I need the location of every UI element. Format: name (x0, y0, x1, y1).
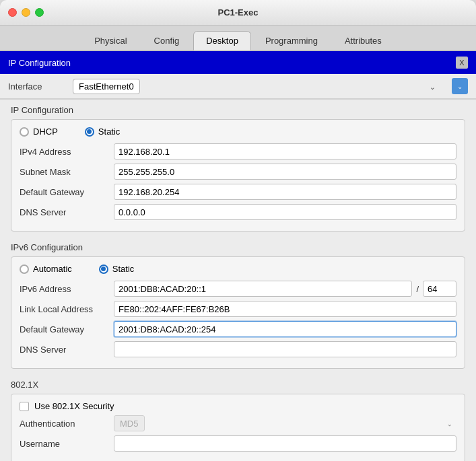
interface-dropdown-icon[interactable]: ⌄ (452, 78, 468, 94)
dns-server-row: DNS Server (20, 204, 456, 220)
username-row: Username (20, 435, 456, 452)
dhcp-label: DHCP (33, 127, 58, 137)
dhcp-radio[interactable]: DHCP (20, 127, 58, 137)
ipv6-section-body: Automatic Static IPv6 Address / (11, 256, 465, 369)
tab-attributes[interactable]: Attributes (332, 31, 395, 50)
dot1x-section: 802.1X Use 802.1X Security Authenticatio… (0, 374, 476, 461)
ipv6-static-label: Static (112, 264, 135, 274)
dot1x-section-body: Use 802.1X Security Authentication MD5 U… (11, 394, 465, 461)
dot1x-checkbox[interactable] (20, 402, 29, 411)
ipv6-dns-input[interactable] (114, 341, 456, 357)
ipv6-address-group: / (114, 281, 456, 297)
link-local-label: Link Local Address (20, 304, 107, 314)
auth-row: Authentication MD5 (20, 415, 456, 431)
link-local-input[interactable] (114, 301, 456, 317)
dot1x-use-label: Use 802.1X Security (34, 401, 114, 411)
minimize-button[interactable] (22, 8, 30, 17)
static-radio[interactable]: Static (85, 127, 121, 137)
tab-programming[interactable]: Programming (252, 31, 331, 50)
window-title: PC1-Exec (218, 7, 259, 17)
ipv6-address-label: IPv6 Address (20, 284, 107, 294)
dot1x-section-title: 802.1X (11, 380, 465, 390)
ipv6-static-radio-circle (99, 264, 108, 274)
ipv6-section: IPv6 Configuration Automatic Static IPv6… (0, 237, 476, 374)
ipv4-address-label: IPv4 Address (20, 147, 107, 157)
ip-config-title: IP Configuration (8, 58, 71, 68)
close-button[interactable] (8, 8, 17, 17)
ip-config-close-button[interactable]: X (456, 57, 468, 69)
auth-select-wrapper: MD5 (114, 415, 456, 431)
ipv6-address-input[interactable] (114, 281, 412, 297)
ipv6-address-row: IPv6 Address / (20, 281, 456, 297)
tab-physical[interactable]: Physical (81, 31, 139, 50)
maximize-button[interactable] (35, 8, 44, 17)
ipv6-dns-row: DNS Server (20, 341, 456, 357)
interface-label: Interface (8, 81, 62, 92)
static-label: Static (98, 127, 121, 137)
dhcp-radio-circle (20, 127, 29, 137)
automatic-label: Automatic (33, 264, 72, 274)
auth-label: Authentication (20, 419, 107, 429)
default-gateway-label: Default Gateway (20, 187, 107, 197)
default-gateway-row: Default Gateway (20, 184, 456, 200)
ipv6-gateway-label: Default Gateway (20, 324, 107, 334)
titlebar: PC1-Exec (0, 0, 476, 26)
subnet-mask-input[interactable] (114, 164, 456, 180)
auth-select[interactable]: MD5 (114, 415, 145, 431)
ipv6-section-title: IPv6 Configuration (11, 242, 465, 252)
subnet-mask-row: Subnet Mask (20, 164, 456, 180)
main-window: PC1-Exec Physical Config Desktop Program… (0, 0, 476, 461)
interface-row: Interface FastEthernet0 ⌄ (0, 74, 476, 99)
automatic-radio-circle (20, 264, 29, 274)
interface-select-wrapper: FastEthernet0 (73, 79, 441, 94)
ip-config-header: IP Configuration X (0, 51, 476, 74)
ipv6-radio-row: Automatic Static (20, 264, 456, 274)
username-label: Username (20, 439, 107, 449)
automatic-radio[interactable]: Automatic (20, 264, 72, 274)
content-area: IP Configuration X Interface FastEtherne… (0, 51, 476, 461)
ipv6-gateway-row: Default Gateway (20, 321, 456, 337)
subnet-mask-label: Subnet Mask (20, 167, 107, 177)
ipv4-address-row: IPv4 Address (20, 143, 456, 159)
ipv4-section-title: IP Configuration (11, 105, 465, 115)
static-radio-circle (85, 127, 94, 137)
dot1x-checkbox-row[interactable]: Use 802.1X Security (20, 401, 456, 411)
ipv4-radio-row: DHCP Static (20, 127, 456, 137)
ipv4-section-body: DHCP Static IPv4 Address Subnet Mask (11, 119, 465, 232)
dns-server-input[interactable] (114, 204, 456, 220)
prefix-input[interactable] (423, 281, 456, 297)
tab-desktop[interactable]: Desktop (193, 31, 251, 50)
ipv6-static-radio[interactable]: Static (99, 264, 135, 274)
ipv4-address-input[interactable] (114, 143, 456, 159)
titlebar-buttons (8, 8, 44, 17)
ipv6-dns-label: DNS Server (20, 345, 107, 355)
default-gateway-input[interactable] (114, 184, 456, 200)
tab-bar: Physical Config Desktop Programming Attr… (0, 26, 476, 51)
link-local-row: Link Local Address (20, 301, 456, 317)
username-input[interactable] (114, 435, 456, 452)
tab-config[interactable]: Config (141, 31, 193, 50)
slash-label: / (416, 284, 419, 294)
ipv6-gateway-input[interactable] (114, 321, 456, 337)
interface-select[interactable]: FastEthernet0 (73, 79, 140, 94)
ipv4-section: IP Configuration DHCP Static IPv4 Addres… (0, 100, 476, 237)
dns-server-label: DNS Server (20, 207, 107, 217)
